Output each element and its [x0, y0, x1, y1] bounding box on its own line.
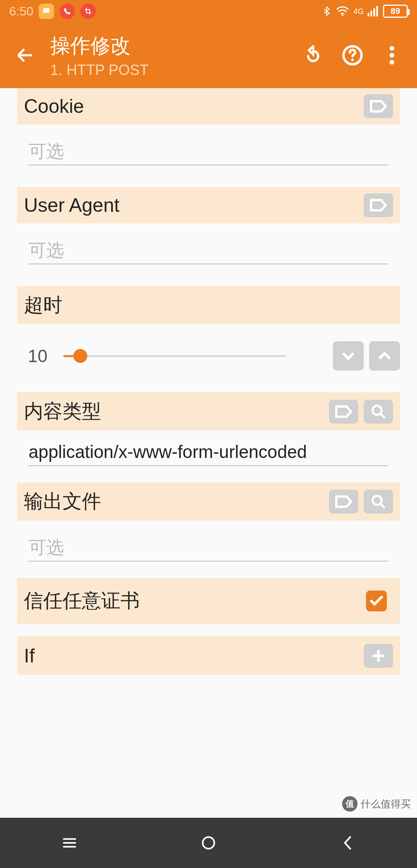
overflow-menu-button[interactable] — [379, 43, 405, 68]
svg-rect-2 — [371, 11, 373, 17]
trust-cert-row[interactable]: 信任任意证书 — [17, 578, 400, 624]
section-header-if: If — [17, 636, 400, 675]
svg-point-8 — [390, 53, 394, 58]
nav-recent-button[interactable] — [46, 827, 93, 858]
undo-button[interactable] — [300, 43, 326, 68]
back-button[interactable] — [8, 38, 42, 73]
svg-point-10 — [373, 406, 381, 415]
svg-point-6 — [351, 58, 354, 61]
trust-cert-checkbox[interactable] — [366, 591, 387, 611]
status-left: 6:50 — [9, 3, 96, 19]
section-title: Cookie — [24, 95, 84, 117]
section-header-timeout: 超时 — [17, 286, 400, 324]
content-type-input-row — [29, 441, 388, 466]
svg-rect-1 — [368, 13, 370, 17]
status-bar: 6:50 4G 89 — [0, 0, 417, 22]
tag-button[interactable] — [329, 400, 358, 424]
section-header-content-type: 内容类型 — [17, 392, 400, 431]
bluetooth-icon — [322, 5, 332, 18]
section-header-user-agent: User Agent — [17, 187, 400, 223]
section-header-cookie: Cookie — [17, 88, 400, 124]
svg-line-11 — [380, 414, 385, 418]
svg-line-13 — [380, 504, 385, 508]
timeout-slider[interactable] — [63, 344, 333, 368]
user-agent-input[interactable] — [29, 240, 388, 260]
section-title: User Agent — [24, 194, 119, 216]
section-title: 输出文件 — [24, 488, 101, 514]
notification-call-icon — [59, 3, 75, 19]
status-right: 4G 89 — [322, 5, 408, 18]
svg-point-0 — [342, 14, 344, 16]
nav-back-button[interactable] — [324, 827, 371, 858]
content-scroll[interactable]: Cookie User Agent 超时 10 — [0, 88, 417, 675]
help-button[interactable] — [340, 43, 365, 68]
app-bar-titles: 操作修改 1. HTTP POST — [42, 32, 300, 78]
watermark-text: 什么值得买 — [361, 797, 411, 811]
content-type-input[interactable] — [29, 441, 388, 462]
cookie-input[interactable] — [29, 141, 388, 162]
section-title: 内容类型 — [24, 398, 101, 424]
timeout-row: 10 — [17, 341, 400, 371]
output-file-input-row — [29, 537, 388, 562]
svg-rect-3 — [373, 9, 375, 17]
section-title: 超时 — [24, 292, 63, 318]
tag-button[interactable] — [329, 490, 358, 514]
search-button[interactable] — [364, 400, 393, 424]
timeout-decrement-button[interactable] — [333, 341, 364, 371]
trust-cert-label: 信任任意证书 — [24, 588, 140, 614]
timeout-increment-button[interactable] — [369, 341, 400, 371]
app-bar: 操作修改 1. HTTP POST — [0, 22, 417, 88]
battery-indicator: 89 — [383, 5, 408, 18]
signal-label: 4G — [353, 7, 364, 15]
watermark: 值 什么值得买 — [342, 796, 411, 812]
timeout-value: 10 — [17, 345, 63, 366]
section-title: If — [24, 645, 35, 667]
search-button[interactable] — [364, 490, 393, 514]
nav-home-button[interactable] — [185, 827, 232, 858]
svg-point-17 — [203, 837, 214, 849]
svg-point-7 — [390, 46, 394, 51]
svg-point-9 — [390, 60, 394, 65]
signal-icon — [368, 6, 379, 17]
add-button[interactable] — [364, 644, 393, 668]
output-file-input[interactable] — [29, 537, 388, 558]
wifi-icon — [336, 6, 349, 17]
user-agent-input-row — [29, 240, 388, 264]
app-subtitle: 1. HTTP POST — [50, 62, 300, 78]
section-header-output-file: 输出文件 — [17, 482, 400, 521]
cookie-input-row — [29, 141, 388, 165]
svg-point-12 — [373, 496, 381, 505]
notification-chat-icon — [39, 3, 54, 19]
watermark-icon: 值 — [342, 796, 358, 812]
app-title: 操作修改 — [50, 32, 300, 60]
notification-crop-icon — [80, 3, 96, 19]
tag-button[interactable] — [364, 94, 393, 118]
tag-button[interactable] — [364, 193, 393, 217]
system-nav-bar — [0, 818, 417, 868]
status-time: 6:50 — [9, 4, 33, 19]
svg-rect-4 — [376, 6, 378, 17]
